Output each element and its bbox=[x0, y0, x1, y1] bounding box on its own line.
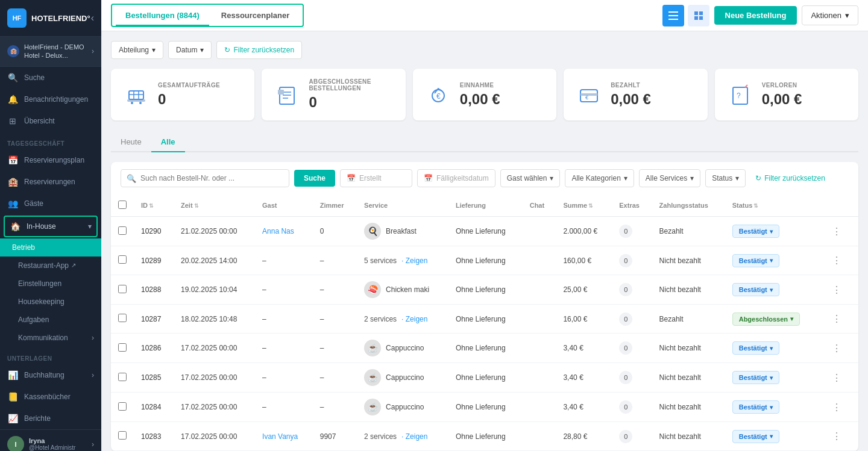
reset-filter-table-button[interactable]: ↻ Filter zurücksetzen bbox=[750, 172, 830, 185]
user-profile[interactable]: I Iryna @Hotel Administr › bbox=[0, 429, 101, 451]
tab-alle[interactable]: Alle bbox=[151, 132, 185, 152]
sidebar-item-reservierungsplan[interactable]: 📅 Reservierungsplan bbox=[0, 149, 101, 171]
row-zeit: 17.02.2025 00:00 bbox=[174, 393, 255, 422]
row-checkbox[interactable] bbox=[118, 431, 127, 440]
table-row: 10287 18.02.2025 10:48 – – 2 services · … bbox=[111, 305, 858, 334]
service-image: ☕ bbox=[364, 369, 381, 386]
logo-icon: HF bbox=[7, 8, 27, 28]
row-status: Abgeschlossen ▾ bbox=[725, 305, 820, 334]
th-checkbox bbox=[111, 194, 134, 217]
abteilung-filter[interactable]: Abteilung ▾ bbox=[111, 41, 163, 59]
user-role: @Hotel Administr bbox=[29, 444, 92, 451]
status-badge[interactable]: Bestätigt ▾ bbox=[732, 341, 779, 355]
service-cell: ☕ Cappuccino bbox=[364, 399, 441, 415]
row-status: Bestätigt ▾ bbox=[725, 422, 820, 451]
row-checkbox-cell bbox=[111, 305, 134, 334]
aktionen-button[interactable]: Aktionen ▾ bbox=[802, 5, 858, 25]
stat-info: ABGESCHLOSSENE BESTELLUNGEN 0 bbox=[309, 78, 393, 111]
row-more-options-button[interactable]: ⋮ bbox=[827, 428, 846, 444]
th-zahlungsstatus: Zahlungsstatus bbox=[652, 194, 725, 217]
sidebar-item-reservierungen[interactable]: 🏨 Reservierungen bbox=[0, 171, 101, 193]
grid-view-button[interactable] bbox=[688, 5, 709, 26]
sidebar-item-buchhaltung[interactable]: 📊 Buchhaltung › bbox=[0, 364, 101, 386]
alle-kategorien-select[interactable]: Alle Kategorien ▾ bbox=[565, 169, 634, 187]
row-id: 10283 bbox=[134, 422, 174, 451]
sidebar-item-betrieb[interactable]: Betrieb bbox=[0, 238, 101, 257]
zeigen-link[interactable]: · Zeigen bbox=[401, 432, 427, 441]
sidebar-item-ubersicht[interactable]: ⊞ Übersicht bbox=[0, 110, 101, 132]
tab-ressourcenplaner[interactable]: Ressourcenplaner bbox=[212, 7, 299, 23]
row-checkbox[interactable] bbox=[118, 226, 127, 235]
sidebar-item-kommunikation[interactable]: Kommunikation › bbox=[0, 329, 101, 347]
status-badge[interactable]: Abgeschlossen ▾ bbox=[732, 313, 800, 326]
falligkeitsdatum-input[interactable]: 📅 Fälligkeitsdatum bbox=[417, 169, 495, 187]
row-more-options-button[interactable]: ⋮ bbox=[827, 399, 846, 415]
status-badge[interactable]: Bestätigt ▾ bbox=[732, 225, 779, 238]
sidebar-item-housekeeping[interactable]: Housekeeping bbox=[0, 293, 101, 311]
sidebar-collapse-icon[interactable]: ‹ bbox=[91, 13, 94, 23]
chevron-down-icon: ▾ bbox=[152, 46, 156, 54]
sidebar-item-berichte[interactable]: 📈 Berichte bbox=[0, 408, 101, 429]
sidebar-item-benachrichtigungen[interactable]: 🔔 Benachrichtigungen bbox=[0, 89, 101, 110]
search-input[interactable] bbox=[121, 169, 289, 187]
row-more-options-button[interactable]: ⋮ bbox=[827, 223, 846, 240]
row-more-options-button[interactable]: ⋮ bbox=[827, 340, 846, 356]
alle-services-select[interactable]: Alle Services ▾ bbox=[639, 169, 700, 187]
tab-bestellungen[interactable]: Bestellungen (8844) bbox=[116, 7, 209, 23]
sidebar-item-suche[interactable]: 🔍 Suche bbox=[0, 67, 101, 89]
tab-heute[interactable]: Heute bbox=[111, 132, 151, 152]
row-extras: 0 bbox=[612, 422, 652, 451]
status-badge[interactable]: Bestätigt ▾ bbox=[732, 283, 779, 296]
row-chat bbox=[523, 334, 556, 363]
status-select[interactable]: Status ▾ bbox=[705, 169, 746, 187]
row-checkbox[interactable] bbox=[118, 402, 127, 411]
sidebar-item-einstellungen[interactable]: Einstellungen bbox=[0, 275, 101, 293]
row-more-options-button[interactable]: ⋮ bbox=[827, 282, 846, 298]
chevron-right-icon: › bbox=[92, 334, 94, 342]
row-checkbox[interactable] bbox=[118, 373, 127, 381]
status-badge[interactable]: Bestätigt ▾ bbox=[732, 371, 779, 384]
row-actions-cell: ⋮ bbox=[820, 393, 859, 422]
service-image: ☕ bbox=[364, 399, 381, 415]
zeigen-link[interactable]: · Zeigen bbox=[401, 257, 427, 265]
status-badge[interactable]: Bestätigt ▾ bbox=[732, 254, 779, 267]
row-gast[interactable]: Anna Nas bbox=[255, 217, 313, 246]
erstellt-date-input[interactable]: 📅 Erstellt bbox=[340, 169, 412, 187]
sidebar-item-label: Reservierungsplan bbox=[24, 156, 84, 164]
sidebar-sub-label: Aufgaben bbox=[18, 316, 49, 324]
row-checkbox[interactable] bbox=[118, 285, 127, 293]
gast-wahlen-select[interactable]: Gast wählen ▾ bbox=[500, 169, 561, 187]
sidebar-item-in-house[interactable]: 🏠 In-House ▾ bbox=[4, 216, 98, 237]
list-view-button[interactable] bbox=[662, 5, 684, 26]
row-more-options-button[interactable]: ⋮ bbox=[827, 370, 846, 386]
svg-text:€: € bbox=[436, 92, 441, 101]
reset-filter-button[interactable]: ↻ Filter zurücksetzen bbox=[216, 41, 302, 59]
row-summe: 28,80 € bbox=[556, 422, 612, 451]
stat-info: VERLOREN 0,00 € bbox=[762, 82, 802, 108]
search-button[interactable]: Suche bbox=[294, 170, 335, 187]
hotel-selector[interactable]: 🏨 HotelFriend - DEMO Hotel - Delux... › bbox=[0, 37, 101, 67]
row-more-options-button[interactable]: ⋮ bbox=[827, 252, 846, 269]
row-more-options-button[interactable]: ⋮ bbox=[827, 311, 846, 327]
row-checkbox[interactable] bbox=[118, 255, 127, 264]
sidebar-item-kassenbucher[interactable]: 📒 Kassenbücher bbox=[0, 386, 101, 408]
row-checkbox[interactable] bbox=[118, 314, 127, 322]
house-icon: 🏠 bbox=[10, 221, 20, 232]
status-badge[interactable]: Bestätigt ▾ bbox=[732, 430, 779, 443]
chart-icon: 📊 bbox=[7, 370, 18, 381]
sidebar-item-restaurant-app[interactable]: Restaurant-App ↗ bbox=[0, 257, 101, 275]
sidebar-item-gaste[interactable]: 👥 Gäste bbox=[0, 193, 101, 214]
sidebar-item-aufgaben[interactable]: Aufgaben bbox=[0, 311, 101, 329]
user-menu-icon[interactable]: › bbox=[92, 440, 94, 449]
status-badge[interactable]: Bestätigt ▾ bbox=[732, 400, 779, 414]
chevron-right-icon: › bbox=[92, 371, 94, 379]
datum-filter[interactable]: Datum ▾ bbox=[168, 41, 212, 59]
select-all-checkbox[interactable] bbox=[118, 201, 127, 209]
row-lieferung: Ohne Lieferung bbox=[448, 393, 523, 422]
orders-table: ID⇅ Zeit⇅ Gast Zimmer Service Lieferung … bbox=[111, 194, 858, 451]
th-zimmer: Zimmer bbox=[313, 194, 357, 217]
neue-bestellung-button[interactable]: Neue Bestellung bbox=[714, 6, 797, 25]
zeigen-link[interactable]: · Zeigen bbox=[401, 315, 427, 323]
row-gast[interactable]: Ivan Vanya bbox=[255, 422, 313, 451]
row-checkbox[interactable] bbox=[118, 343, 127, 352]
